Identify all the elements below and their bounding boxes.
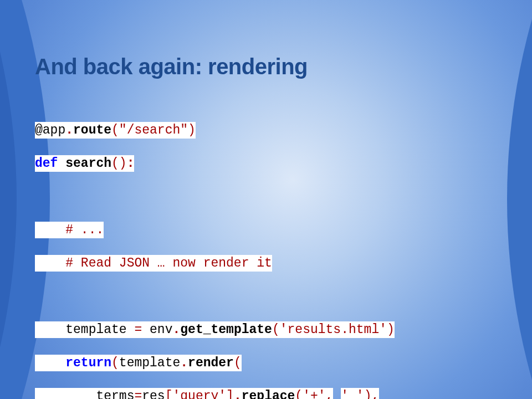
replace-call: replace [242,389,295,399]
indent [35,355,65,371]
paren-close: ) [387,323,395,337]
res: res [142,389,165,399]
indent [35,255,65,272]
code-line-5: # Read JSON … now render it [35,255,395,272]
kw-terms: terms [96,389,134,399]
func-name: search [65,156,111,171]
paren-close: ) [364,389,372,399]
paren-close: ) [188,123,196,137]
query-str: 'query' [172,389,226,399]
get-template: get_template [180,323,272,337]
str-space: ' ' [341,389,364,399]
colon: : [127,156,135,171]
comma2: , [371,389,379,399]
code-line-8: return(template.render( [35,355,395,371]
bracket-open: [ [165,389,173,399]
indent [35,222,65,238]
slide: And back again: rendering @app.route("/s… [0,0,532,399]
template-var: template [119,356,180,370]
route-call: route [73,123,111,137]
gap [333,389,341,399]
template-str: 'results.html' [280,323,387,337]
slide-title: And back again: rendering [35,54,308,79]
dot: . [172,323,180,337]
equals: = [134,389,142,399]
render-call: render [188,356,234,370]
dot: . [65,123,73,137]
dot: . [234,389,242,399]
var-template: template [65,323,134,337]
code-line-3-blank [35,188,395,205]
equals: = [134,323,142,337]
decorator-app: @app [35,123,65,137]
env: env [142,323,172,337]
indent [35,388,96,399]
space [58,156,65,171]
paren-open: ( [111,123,119,137]
code-line-1: @app.route("/search") [35,122,395,139]
code-line-4: # ... [35,222,395,238]
comma: , [326,389,334,399]
parens: () [111,156,127,171]
paren-open: ( [272,323,280,337]
def-keyword: def [35,156,58,171]
return-keyword: return [65,356,111,370]
code-block: @app.route("/search") def search(): # ..… [35,105,395,399]
str-plus: '+' [303,389,325,399]
code-line-2: def search(): [35,155,395,172]
bracket-close: ] [226,389,234,399]
comment-2: # Read JSON … now render it [65,256,272,270]
code-line-9: terms=res['query'].replace('+', ' '), [35,388,395,399]
paren-open: ( [295,389,303,399]
code-line-6-blank [35,288,395,305]
code-line-7: template = env.get_template('results.htm… [35,321,395,338]
paren-open-2: ( [234,356,242,370]
indent [35,321,65,338]
dot: . [180,356,188,370]
route-string: "/search" [119,123,188,137]
slide-content: And back again: rendering @app.route("/s… [0,0,532,399]
paren-open: ( [111,356,119,370]
comment-1: # ... [65,223,104,237]
